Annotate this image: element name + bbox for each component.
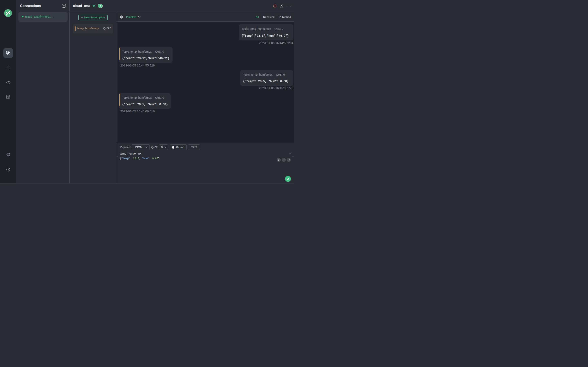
svg-text:?: ? <box>8 168 9 171</box>
